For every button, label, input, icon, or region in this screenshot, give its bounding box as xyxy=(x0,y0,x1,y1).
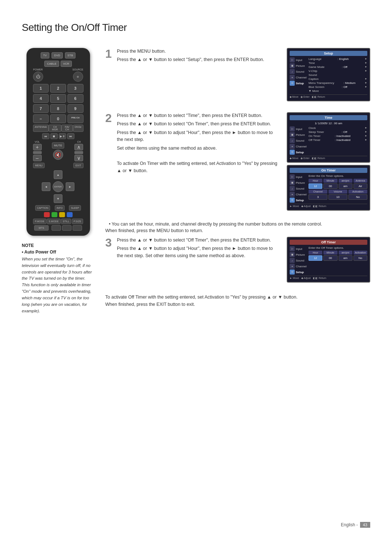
fav-ch-btn[interactable]: FAV CH xyxy=(61,125,73,132)
step-2-line-5: To activate On Timer with the setting en… xyxy=(117,160,279,174)
stop-btn[interactable]: ⏹ xyxy=(50,133,58,139)
off-timer-screen: Off Timer ▷ Input ▣ Picture xyxy=(287,237,370,283)
mts-btn[interactable]: MTS xyxy=(34,225,49,231)
step-1-content: 1 Press the MENU button. Press the ▲ or … xyxy=(105,48,279,104)
green-btn[interactable] xyxy=(52,212,57,217)
channel-label: Channel xyxy=(296,76,307,79)
p-size-btn[interactable]: P.SIZE xyxy=(72,219,83,224)
sleep-btn[interactable]: SLEEP xyxy=(69,205,81,211)
dpad-enter[interactable]: ENTER xyxy=(53,181,64,192)
vol-down-btn[interactable]: – xyxy=(33,155,42,161)
antenna-btn[interactable]: ANTENNA xyxy=(33,125,49,132)
step-2-number: 2 xyxy=(105,112,113,124)
ot-setup-icon: ⚙ xyxy=(290,198,295,203)
dpad-right[interactable]: ► xyxy=(66,182,74,191)
sound-label: Sound xyxy=(296,70,304,73)
num-1[interactable]: 1 xyxy=(33,84,49,93)
dpad-down[interactable]: ▼ xyxy=(54,194,62,203)
num-3[interactable]: 3 xyxy=(68,84,83,93)
func-btn1[interactable] xyxy=(52,225,61,231)
s-mode-btn[interactable]: S.MODE xyxy=(47,219,61,224)
remote-tv-btn[interactable]: TV xyxy=(41,52,49,58)
num-9[interactable]: 9 xyxy=(68,104,83,113)
still-btn[interactable]: STILL xyxy=(61,219,72,224)
p-mode-btn[interactable]: P.MODE xyxy=(33,219,46,224)
func-btn3[interactable] xyxy=(73,225,82,231)
remote-vcr-btn[interactable]: VCR xyxy=(61,61,72,67)
blue-btn[interactable] xyxy=(67,212,73,217)
step-1-row: 1 Press the MENU button. Press the ▲ or … xyxy=(105,48,370,104)
num-prech[interactable]: PRE-CH xyxy=(68,114,83,123)
ot-picture-label: Picture xyxy=(296,181,305,185)
play-pause-btn[interactable]: ▶⏸ xyxy=(59,133,66,139)
vol-label: VOL xyxy=(34,141,40,143)
channel-icon: ≡ xyxy=(290,75,295,80)
dpad-left[interactable]: ◄ xyxy=(42,182,50,191)
power-button[interactable]: ⏻ xyxy=(33,72,43,82)
time-nav-hint: ◆ Move ◉ Enter ◧◧ Return xyxy=(290,156,367,160)
on-timer-header: On Timer xyxy=(290,168,367,173)
instructions-area: 1 Press the MENU button. Press the ▲ or … xyxy=(105,48,370,308)
oft-picture-icon: ▣ xyxy=(290,252,295,257)
ot-sidebar-channel: ≡ Channel xyxy=(290,192,307,197)
time-channel-icon: ≡ xyxy=(290,144,295,149)
num-dash[interactable]: – xyxy=(33,114,49,123)
exit-btn[interactable]: EXIT xyxy=(73,163,83,168)
time-row-sleep: Sleep Timer : Off ► xyxy=(309,130,367,134)
ch-up-btn[interactable]: ∧ xyxy=(74,144,83,150)
red-btn[interactable] xyxy=(44,212,50,217)
setup-row-more: ▼ More xyxy=(309,89,367,93)
time-picture-label: Picture xyxy=(296,133,305,137)
num-0[interactable]: 0 xyxy=(50,114,66,123)
extra-text-1: When finished, press the MENU button to … xyxy=(105,228,370,233)
num-8[interactable]: 8 xyxy=(50,104,66,113)
note-section: NOTE Auto Power Off When you set the tim… xyxy=(22,243,94,314)
oft-channel-label: Channel xyxy=(296,265,307,268)
on-timer-body: ▷ Input ▣ Picture ♪ Sound xyxy=(290,174,367,203)
yellow-btn[interactable] xyxy=(59,212,65,217)
dpad-up[interactable]: ▲ xyxy=(54,170,62,179)
remote-dvd-btn[interactable]: DVD xyxy=(52,52,63,58)
func-btn2[interactable] xyxy=(62,225,72,231)
sound-icon: ♪ xyxy=(290,69,295,74)
ff-btn[interactable]: ⏭ xyxy=(67,133,74,139)
num-7[interactable]: 7 xyxy=(33,104,49,113)
off-timer-body: ▷ Input ▣ Picture ♪ Sound xyxy=(290,246,367,275)
num-2[interactable]: 2 xyxy=(50,84,66,93)
info-btn[interactable]: INFO xyxy=(55,205,65,211)
source-button[interactable]: ⊕ xyxy=(73,72,83,82)
ot-input-icon: ▷ xyxy=(290,174,295,179)
time-channel-label: Channel xyxy=(296,145,307,148)
step-1-line-1: Press the MENU button. xyxy=(117,48,279,55)
on-timer-desc: Enter the On Timer options. xyxy=(309,174,367,178)
caption-btn[interactable]: CAPTION xyxy=(35,205,50,211)
ch-mgr-btn[interactable]: CH MGR xyxy=(49,125,61,132)
time-picture-icon: ▣ xyxy=(290,132,295,137)
num-6[interactable]: 6 xyxy=(68,94,83,103)
step-3-number: 3 xyxy=(105,237,113,248)
dnse-btn[interactable]: DNSe xyxy=(73,125,83,132)
activate-off-timer-text: To activate Off Timer with the setting e… xyxy=(105,293,370,301)
remote-cable-btn[interactable]: CABLE xyxy=(44,61,59,67)
vol-up-btn[interactable]: + xyxy=(33,144,42,150)
menu-btn[interactable]: MENU xyxy=(33,163,45,168)
oft-channel-icon: ≡ xyxy=(290,264,295,269)
ch-down-btn[interactable]: ∨ xyxy=(74,155,83,161)
time-input-label: Input xyxy=(296,127,302,131)
on-timer-row1-values: 12 00 am Air xyxy=(309,183,367,189)
ot-sidebar-sound: ♪ Sound xyxy=(290,186,307,191)
num-4[interactable]: 4 xyxy=(33,94,49,103)
rew-btn[interactable]: ⏮ xyxy=(42,133,49,139)
ot-channel-label: Channel xyxy=(296,193,307,196)
on-timer-row2-values: 3 10 No xyxy=(309,194,367,200)
time-sound-label: Sound xyxy=(296,139,304,142)
time-sidebar: ▷ Input ▣ Picture ♪ Sound xyxy=(290,126,307,155)
mute-btn[interactable]: MUTE xyxy=(52,142,65,149)
bottom-info: To activate Off Timer with the setting e… xyxy=(105,293,370,308)
mute-icon[interactable]: 🔇 xyxy=(53,150,63,160)
num-5[interactable]: 5 xyxy=(50,94,66,103)
ot-sidebar-input: ▷ Input xyxy=(290,174,307,179)
remote-stb-btn[interactable]: STB xyxy=(65,52,76,58)
time-row-offtimer: Off Timer : Inactivated ► xyxy=(309,138,367,142)
on-timer-col-headers2: Channel Volume Activation xyxy=(309,190,367,194)
